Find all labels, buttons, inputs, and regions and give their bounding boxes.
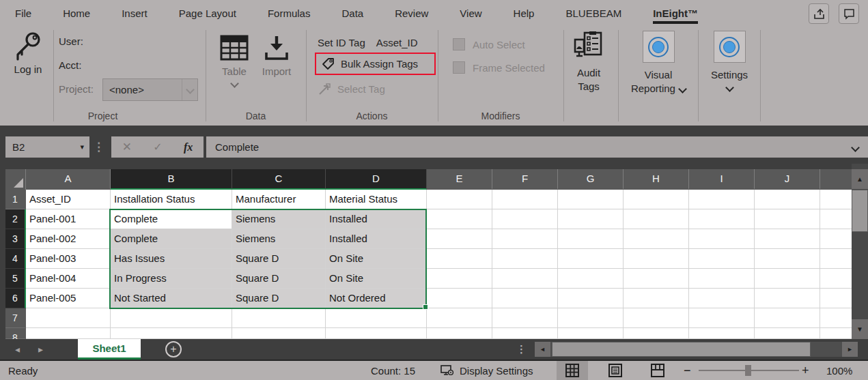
cell-d6[interactable]: Not Ordered: [326, 289, 427, 308]
cell[interactable]: [26, 328, 111, 339]
cell[interactable]: [492, 308, 558, 328]
import-button[interactable]: Import: [260, 34, 294, 78]
cell-b1[interactable]: Installation Status: [111, 190, 232, 209]
cell-a2[interactable]: Panel-001: [26, 209, 111, 229]
cell[interactable]: [755, 328, 820, 339]
cell[interactable]: [755, 269, 820, 289]
cell-c6[interactable]: Square D: [232, 289, 326, 308]
cell[interactable]: [755, 229, 820, 249]
set-id-tag-button[interactable]: Set ID Tag Asset_ID: [318, 37, 418, 48]
column-header-e[interactable]: E: [427, 169, 492, 190]
formula-input[interactable]: Complete: [206, 136, 868, 158]
column-header-j[interactable]: J: [755, 169, 820, 190]
cell[interactable]: [624, 308, 689, 328]
cell[interactable]: [624, 269, 689, 289]
scroll-up-button[interactable]: ▲: [852, 169, 868, 189]
cell[interactable]: [755, 249, 820, 269]
cell[interactable]: [689, 190, 755, 209]
menu-tab-view[interactable]: View: [460, 8, 481, 19]
share-button[interactable]: [809, 3, 829, 24]
sheet-tab-sheet1[interactable]: Sheet1: [78, 339, 141, 360]
vertical-scrollbar[interactable]: ▲ ▼: [852, 164, 868, 339]
column-header-b[interactable]: B: [111, 169, 232, 190]
cell[interactable]: [689, 289, 755, 308]
row-header-2[interactable]: 2: [5, 209, 26, 229]
tab-bar-drag-handle[interactable]: ⋮: [516, 339, 527, 360]
comments-button[interactable]: [839, 3, 859, 24]
cell-d5[interactable]: On Site: [326, 269, 427, 289]
cell-b5[interactable]: In Progress: [111, 269, 232, 289]
column-header-h[interactable]: H: [624, 169, 689, 190]
column-header-partial[interactable]: [820, 169, 852, 190]
menu-tab-formulas[interactable]: Formulas: [268, 8, 311, 19]
cell[interactable]: [689, 249, 755, 269]
cell[interactable]: [820, 249, 852, 269]
cell-d2[interactable]: Installed: [326, 209, 427, 229]
cell[interactable]: [820, 289, 852, 308]
menu-tab-page-layout[interactable]: Page Layout: [179, 8, 236, 19]
cell-b6[interactable]: Not Started: [111, 289, 232, 308]
cell[interactable]: [624, 328, 689, 339]
menu-tab-bluebeam[interactable]: BLUEBEAM: [565, 8, 621, 19]
cancel-icon[interactable]: ✕: [122, 140, 132, 154]
visual-reporting-button[interactable]: Visual Reporting: [627, 31, 690, 96]
cell[interactable]: [492, 190, 558, 209]
next-sheet-button[interactable]: ▸: [38, 339, 43, 360]
page-layout-view-button[interactable]: [600, 361, 631, 380]
page-break-view-button[interactable]: [642, 361, 673, 380]
table-button[interactable]: Table: [219, 34, 250, 87]
cell[interactable]: [427, 308, 492, 328]
zoom-level[interactable]: 100%: [826, 361, 852, 380]
cell[interactable]: [558, 289, 624, 308]
enter-icon[interactable]: ✓: [153, 141, 162, 154]
cell[interactable]: [26, 308, 111, 328]
cell-c5[interactable]: Square D: [232, 269, 326, 289]
cell-c2[interactable]: Siemens: [232, 209, 326, 229]
cell[interactable]: [111, 308, 232, 328]
cell[interactable]: [689, 269, 755, 289]
row-header-8[interactable]: 8: [5, 328, 26, 339]
cell[interactable]: [326, 328, 427, 339]
bulk-assign-tags-button[interactable]: Bulk Assign Tags: [315, 53, 436, 75]
cell[interactable]: [689, 209, 755, 229]
cell[interactable]: [624, 229, 689, 249]
cell[interactable]: [427, 209, 492, 229]
cell-b2-active[interactable]: Complete: [111, 209, 232, 229]
cell-d3[interactable]: Installed: [326, 229, 427, 249]
cell-d4[interactable]: On Site: [326, 249, 427, 269]
audit-tags-button[interactable]: Audit Tags: [569, 31, 608, 93]
cell[interactable]: [624, 249, 689, 269]
column-header-g[interactable]: G: [558, 169, 624, 190]
horizontal-scrollbar[interactable]: ◄ ►: [535, 342, 858, 357]
cell-c3[interactable]: Siemens: [232, 229, 326, 249]
column-header-d[interactable]: D: [326, 169, 427, 190]
menu-tab-insert[interactable]: Insert: [122, 8, 148, 19]
cell[interactable]: [558, 308, 624, 328]
cell[interactable]: [820, 209, 852, 229]
row-header-1[interactable]: 1: [5, 190, 26, 209]
cell[interactable]: [689, 229, 755, 249]
cell[interactable]: [689, 328, 755, 339]
cell[interactable]: [427, 328, 492, 339]
menu-tab-home[interactable]: Home: [63, 8, 90, 19]
settings-button[interactable]: Settings: [705, 31, 754, 91]
cell-a6[interactable]: Panel-005: [26, 289, 111, 308]
cell[interactable]: [558, 328, 624, 339]
cell[interactable]: [820, 328, 852, 339]
display-settings-button[interactable]: Display Settings: [440, 361, 533, 380]
row-header-6[interactable]: 6: [5, 289, 26, 308]
cell[interactable]: [624, 190, 689, 209]
log-in-button[interactable]: Log in: [10, 31, 46, 76]
cell[interactable]: [427, 229, 492, 249]
cell[interactable]: [326, 308, 427, 328]
cell[interactable]: [492, 269, 558, 289]
cell[interactable]: [820, 308, 852, 328]
cell-b3[interactable]: Complete: [111, 229, 232, 249]
cell[interactable]: [427, 190, 492, 209]
insert-function-icon[interactable]: fx: [184, 141, 193, 154]
cell-c1[interactable]: Manufacturer: [232, 190, 326, 209]
cell[interactable]: [558, 229, 624, 249]
frame-selected-checkbox-row[interactable]: Frame Selected: [453, 61, 545, 74]
scroll-left-button[interactable]: ◄: [535, 342, 550, 357]
cell-a3[interactable]: Panel-002: [26, 229, 111, 249]
